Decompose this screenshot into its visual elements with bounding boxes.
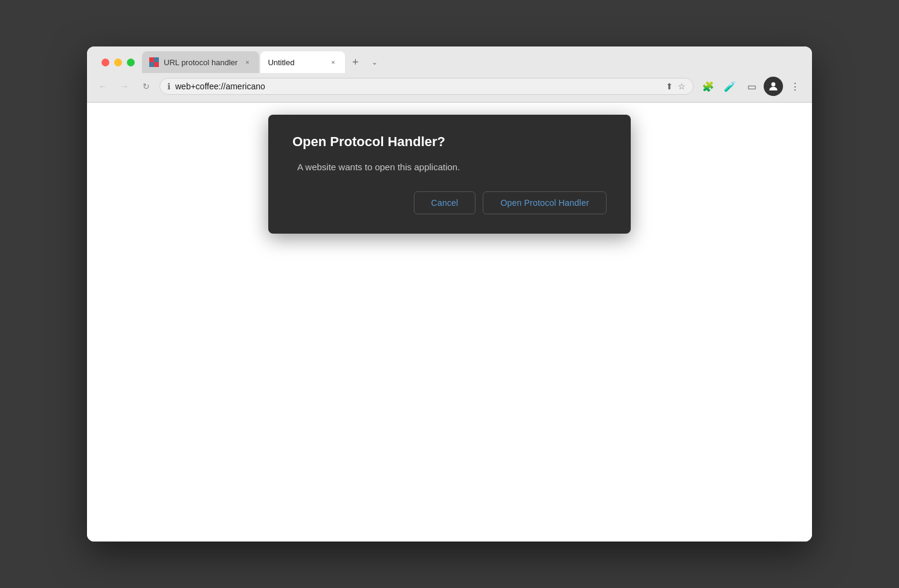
back-button[interactable]: ← <box>94 78 111 95</box>
tab-untitled[interactable]: Untitled × <box>260 51 345 73</box>
labs-button[interactable]: 🧪 <box>720 77 740 96</box>
share-icon[interactable]: ⬆ <box>666 81 673 91</box>
dialog-overlay: Open Protocol Handler? A website wants t… <box>87 103 812 542</box>
page-content: Open Protocol Handler? A website wants t… <box>87 103 812 542</box>
window-controls <box>92 51 142 73</box>
open-protocol-handler-button[interactable]: Open Protocol Handler <box>483 191 607 214</box>
toolbar-icons: 🧩 🧪 ▭ ⋮ <box>698 77 805 96</box>
tab-close-1[interactable]: × <box>242 57 252 67</box>
bookmark-icon[interactable]: ☆ <box>678 81 686 91</box>
address-text: web+coffee://americano <box>175 81 661 91</box>
dialog-buttons: Cancel Open Protocol Handler <box>292 191 607 214</box>
tab-dropdown-button[interactable]: ⌄ <box>366 53 384 71</box>
new-tab-button[interactable]: + <box>346 53 364 71</box>
tab-label-2: Untitled <box>268 58 323 67</box>
refresh-button[interactable]: ↻ <box>138 78 155 95</box>
svg-rect-3 <box>149 62 154 67</box>
svg-rect-1 <box>149 57 154 62</box>
browser-window: URL protocol handler × Untitled × + ⌄ ← … <box>87 46 812 542</box>
sidebar-button[interactable]: ▭ <box>742 77 761 96</box>
svg-point-5 <box>772 82 776 86</box>
maximize-button[interactable] <box>127 59 135 66</box>
cancel-button[interactable]: Cancel <box>414 191 476 214</box>
tab-close-2[interactable]: × <box>328 57 338 67</box>
dialog-title: Open Protocol Handler? <box>292 134 607 150</box>
address-row: ← → ↻ ℹ web+coffee://americano ⬆ ☆ 🧩 🧪 ▭ <box>87 73 812 102</box>
forward-button[interactable]: → <box>116 78 133 95</box>
minimize-button[interactable] <box>114 59 122 66</box>
more-button[interactable]: ⋮ <box>785 77 805 96</box>
tab-row: URL protocol handler × Untitled × + ⌄ <box>87 46 812 73</box>
tab-url-protocol-handler[interactable]: URL protocol handler × <box>142 51 259 73</box>
protocol-handler-dialog: Open Protocol Handler? A website wants t… <box>268 115 631 234</box>
svg-rect-2 <box>154 57 159 62</box>
profile-button[interactable] <box>764 77 783 96</box>
info-icon: ℹ <box>167 81 170 91</box>
svg-rect-4 <box>154 62 159 67</box>
tab-favicon-1 <box>149 57 159 67</box>
tabs-area: URL protocol handler × Untitled × + ⌄ <box>142 51 807 73</box>
dialog-body: A website wants to open this application… <box>292 162 607 172</box>
title-bar: URL protocol handler × Untitled × + ⌄ ← … <box>87 46 812 103</box>
tab-label-1: URL protocol handler <box>164 58 237 67</box>
close-button[interactable] <box>102 59 109 66</box>
extensions-button[interactable]: 🧩 <box>698 77 718 96</box>
address-bar[interactable]: ℹ web+coffee://americano ⬆ ☆ <box>160 78 694 95</box>
